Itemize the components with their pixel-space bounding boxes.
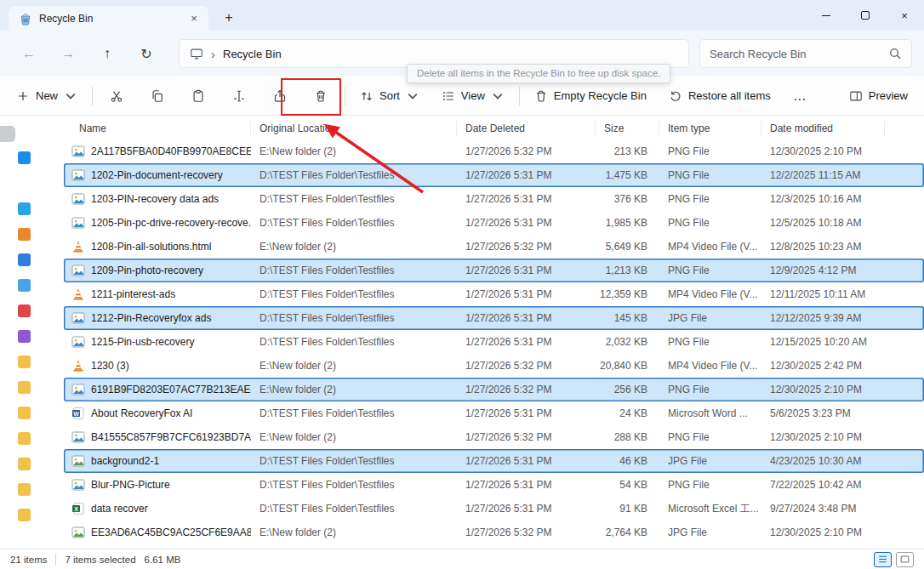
date-modified: 12/3/2025 10:16 AM xyxy=(761,193,885,205)
table-row[interactable]: EE3AD6AC45BC9AC25CF6E9AA812... E:\New fo… xyxy=(64,521,924,544)
tab-close-icon[interactable]: × xyxy=(186,11,202,26)
rename-icon xyxy=(232,89,246,103)
table-row[interactable]: Blur-PNG-Picture D:\TEST Files Folder\Te… xyxy=(64,473,924,497)
date-modified: 5/6/2025 3:23 PM xyxy=(761,407,885,419)
minimize-button[interactable] xyxy=(807,0,846,31)
new-button[interactable]: New xyxy=(9,82,85,111)
close-button[interactable]: × xyxy=(885,0,924,31)
trash-icon xyxy=(534,89,548,103)
item-type: PNG File xyxy=(659,217,761,229)
original-location: D:\TEST Files Folder\Testfiles xyxy=(251,479,457,491)
png-file-icon xyxy=(71,192,85,206)
column-header-date-modified[interactable]: Date modified xyxy=(761,121,885,136)
tab-recycle-bin[interactable]: Recycle Bin × xyxy=(9,6,208,31)
item-type: Microsoft Word ... xyxy=(659,407,761,419)
toolbar-divider xyxy=(345,87,345,105)
delete-tooltip: Delete all items in the Recycle Bin to f… xyxy=(407,64,670,83)
table-row[interactable]: 2A117B5FBA0D40FB9970AE8CEE93... E:\New f… xyxy=(64,139,924,163)
forward-button[interactable]: → xyxy=(51,39,85,68)
paste-button[interactable] xyxy=(181,82,215,111)
restore-all-items-label: Restore all items xyxy=(688,89,771,102)
column-header-original-location[interactable]: Original Location xyxy=(251,121,457,136)
up-button[interactable]: ↑ xyxy=(90,39,124,68)
date-deleted: 1/27/2026 5:31 PM xyxy=(457,479,596,491)
document-icon[interactable] xyxy=(18,253,31,266)
mp4-file-icon xyxy=(71,287,85,301)
folder-icon[interactable] xyxy=(18,509,31,521)
png-file-icon xyxy=(71,145,85,158)
date-deleted: 1/27/2026 5:31 PM xyxy=(457,455,596,467)
search-input[interactable]: Search Recycle Bin xyxy=(699,39,912,68)
table-row[interactable]: 6191B9FD8203E07AC77B213EAE40... E:\New f… xyxy=(64,378,924,401)
column-header-item-type[interactable]: Item type xyxy=(659,121,761,136)
date-deleted: 1/27/2026 5:31 PM xyxy=(457,312,596,324)
date-deleted: 1/27/2026 5:31 PM xyxy=(457,193,596,205)
table-row[interactable]: 1202-Pin-document-recovery D:\TEST Files… xyxy=(64,163,924,187)
table-row[interactable]: 1230 (3) E:\New folder (2) 1/27/2026 5:3… xyxy=(64,354,924,378)
file-name: data recover xyxy=(91,503,148,515)
date-deleted: 1/27/2026 5:32 PM xyxy=(457,526,596,538)
png-file-icon xyxy=(71,430,85,444)
large-icons-view-button[interactable] xyxy=(896,552,914,567)
original-location: E:\New folder (2) xyxy=(251,384,457,395)
breadcrumb[interactable]: Recycle Bin xyxy=(223,48,282,60)
folder-orange-icon[interactable] xyxy=(18,228,31,241)
download-icon[interactable] xyxy=(18,279,31,292)
table-row[interactable]: B41555C857F9B7CFC61923BD7A78... E:\New f… xyxy=(64,425,924,449)
table-row[interactable]: 1205-Pin-pc-drive-recovery-recove... D:\… xyxy=(64,211,924,235)
music-icon[interactable] xyxy=(18,330,31,343)
sort-icon xyxy=(360,89,374,103)
folder-icon[interactable] xyxy=(18,483,31,496)
back-button[interactable]: ← xyxy=(12,39,46,68)
view-button[interactable]: View xyxy=(434,82,512,111)
restore-all-items-button[interactable]: Restore all items xyxy=(661,82,779,111)
rename-button[interactable] xyxy=(222,82,256,111)
maximize-button[interactable] xyxy=(846,0,885,31)
monitor-icon[interactable] xyxy=(18,202,31,215)
new-tab-button[interactable]: + xyxy=(217,7,241,29)
png-file-icon xyxy=(71,478,85,492)
column-header-size[interactable]: Size xyxy=(596,121,659,136)
table-row[interactable]: 1212-Pin-Recoveryfox ads D:\TEST Files F… xyxy=(64,306,924,330)
table-row[interactable]: 1209-Pin-photo-recovery D:\TEST Files Fo… xyxy=(64,259,924,282)
cloud-icon[interactable] xyxy=(18,151,31,164)
column-header-name[interactable]: Name xyxy=(64,121,251,136)
table-row[interactable]: WAbout RecoveryFox AI D:\TEST Files Fold… xyxy=(64,401,924,425)
png-file-icon xyxy=(71,383,85,396)
svg-text:X: X xyxy=(74,506,78,512)
preview-toggle-button[interactable]: Preview xyxy=(841,82,915,111)
empty-recycle-bin-button[interactable]: Empty Recycle Bin xyxy=(527,82,654,111)
selected-item-fragment[interactable] xyxy=(0,126,15,142)
refresh-button[interactable]: ↻ xyxy=(129,39,163,68)
file-size: 2,764 KB xyxy=(596,526,659,538)
folder-icon[interactable] xyxy=(18,407,31,419)
file-size: 288 KB xyxy=(596,431,659,443)
table-row[interactable]: Xdata recover D:\TEST Files Folder\Testf… xyxy=(64,497,924,521)
column-header-date-deleted[interactable]: Date Deleted xyxy=(457,121,596,136)
folder-icon[interactable] xyxy=(18,458,31,470)
table-row[interactable]: 1211-pinterest-ads D:\TEST Files Folder\… xyxy=(64,282,924,306)
table-row[interactable]: 1203-PIN-recovery data ads D:\TEST Files… xyxy=(64,187,924,211)
cut-icon xyxy=(110,89,123,103)
excel-file-icon: X xyxy=(71,502,85,515)
table-row[interactable]: 1215-Pin-usb-recovery D:\TEST Files Fold… xyxy=(64,330,924,354)
table-row[interactable]: background2-1 D:\TEST Files Folder\Testf… xyxy=(64,449,924,473)
toolbar-divider xyxy=(519,87,520,105)
folder-icon[interactable] xyxy=(18,432,31,445)
paste-icon xyxy=(191,89,205,103)
original-location: E:\New folder (2) xyxy=(251,431,457,443)
table-row[interactable]: 1208-Pin-all-solutions.html E:\New folde… xyxy=(64,235,924,259)
copy-button[interactable] xyxy=(140,82,174,111)
more-options-button[interactable]: … xyxy=(785,82,816,111)
original-location: D:\TEST Files Folder\Testfiles xyxy=(251,455,457,467)
date-modified: 12/9/2025 4:12 PM xyxy=(761,265,885,276)
cut-button[interactable] xyxy=(100,82,134,111)
sort-button[interactable]: Sort xyxy=(352,82,427,111)
item-type: MP4 Video File (V... xyxy=(659,288,761,300)
folder-icon[interactable] xyxy=(18,356,31,368)
png-file-icon xyxy=(71,264,85,277)
details-view-button[interactable] xyxy=(874,552,892,567)
file-size: 1,475 KB xyxy=(596,169,659,181)
folder-icon[interactable] xyxy=(18,381,31,394)
media-icon[interactable] xyxy=(18,304,31,317)
